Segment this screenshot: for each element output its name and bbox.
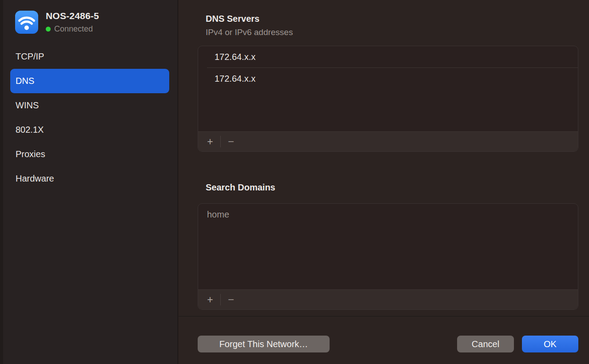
sidebar-item-hardware[interactable]: Hardware [10, 166, 169, 191]
connection-status: Connected [54, 24, 93, 34]
sidebar-item-8021x[interactable]: 802.1X [10, 118, 169, 142]
dns-server-value: 172.64.x.x [215, 52, 255, 62]
remove-dns-server-button[interactable]: − [223, 132, 239, 152]
search-domain-value: home [207, 210, 229, 220]
dns-servers-subtitle: IPv4 or IPv6 addresses [206, 28, 293, 37]
settings-nav: TCP/IP DNS WINS 802.1X Proxies Hardware [0, 44, 178, 191]
remove-search-domain-button[interactable]: − [223, 290, 239, 310]
wifi-icon [15, 11, 38, 34]
plus-icon: + [207, 137, 213, 147]
footer-separator [220, 294, 221, 305]
search-domains-listbox: home + − [198, 203, 578, 310]
plus-icon: + [207, 295, 213, 305]
ok-label: OK [544, 339, 557, 349]
dns-server-row[interactable]: 172.64.x.x [207, 67, 578, 89]
dns-settings-panel: DNS Servers IPv4 or IPv6 addresses 172.6… [179, 0, 589, 364]
minus-icon: − [228, 294, 234, 305]
bottom-divider [179, 316, 589, 317]
forget-network-button[interactable]: Forget This Network… [198, 336, 330, 352]
connected-status-dot [46, 27, 51, 32]
cancel-label: Cancel [472, 339, 499, 349]
footer-separator [220, 136, 221, 147]
dns-server-value: 172.64.x.x [215, 74, 255, 84]
search-domains-title: Search Domains [206, 182, 275, 193]
add-search-domain-button[interactable]: + [202, 290, 218, 310]
forget-network-label: Forget This Network… [219, 339, 308, 349]
sidebar-item-tcpip[interactable]: TCP/IP [10, 44, 169, 69]
connection-header: NOS-2486-5 Connected [0, 0, 178, 34]
cancel-button[interactable]: Cancel [457, 336, 514, 352]
search-domains-footer: + − [198, 289, 578, 309]
add-dns-server-button[interactable]: + [202, 132, 218, 152]
ok-button[interactable]: OK [522, 336, 578, 352]
sidebar: NOS-2486-5 Connected TCP/IP DNS WINS 802… [0, 0, 178, 364]
connection-name: NOS-2486-5 [46, 11, 99, 21]
dns-servers-footer: + − [198, 131, 578, 151]
minus-icon: − [228, 136, 234, 147]
sidebar-item-wins[interactable]: WINS [10, 93, 169, 118]
search-domain-row[interactable]: home [207, 204, 578, 225]
dns-servers-listbox: 172.64.x.x 172.64.x.x + − [198, 46, 578, 152]
dns-server-row[interactable]: 172.64.x.x [207, 46, 578, 67]
sidebar-item-dns[interactable]: DNS [10, 69, 169, 93]
dns-servers-title: DNS Servers [206, 14, 259, 24]
sidebar-item-proxies[interactable]: Proxies [10, 142, 169, 166]
